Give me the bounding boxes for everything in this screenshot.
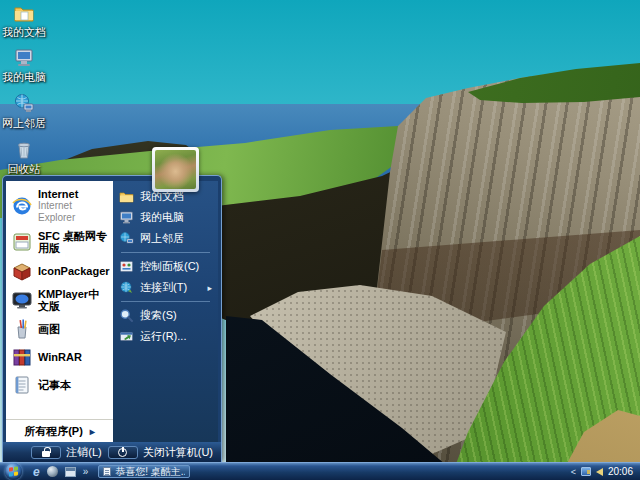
- task-button-label: 恭喜您! 桌酷主...: [115, 465, 185, 478]
- start-button[interactable]: [5, 463, 22, 480]
- quick-launch-overflow-chevron[interactable]: »: [83, 467, 89, 477]
- menu-item-my-computer[interactable]: 我的电脑: [113, 207, 218, 228]
- menu-item-label: 我的电脑: [140, 210, 184, 225]
- run-icon: [119, 329, 134, 344]
- my-documents-icon: [119, 189, 134, 204]
- desktop-icon-my-documents[interactable]: 我的文档: [0, 2, 48, 38]
- desktop-icon-label: 我的文档: [0, 26, 48, 38]
- windows-orb-icon: [9, 466, 18, 476]
- system-tray: < 20:06: [571, 466, 640, 477]
- menu-item-label: SFC 桌酷网专用版: [38, 230, 110, 254]
- menu-separator: [121, 301, 210, 302]
- task-button-document-icon: [103, 467, 111, 476]
- kmplayer-icon: [11, 289, 33, 311]
- menu-item-sfc[interactable]: SFC 桌酷网专用版: [6, 227, 113, 257]
- desktop-icon-label: 回收站: [0, 163, 48, 175]
- menu-item-label: IconPackager: [38, 265, 110, 277]
- menu-item-control-panel[interactable]: 控制面板(C): [113, 256, 218, 277]
- desktop-icon-my-computer[interactable]: 我的电脑: [0, 47, 48, 83]
- menu-item-sublabel: Internet Explorer: [38, 200, 110, 224]
- network-places-icon: [13, 93, 35, 115]
- log-off-label: 注销(L): [66, 445, 101, 460]
- menu-item-iconpackager[interactable]: IconPackager: [6, 257, 113, 285]
- all-programs-button[interactable]: 所有程序(P) ▸: [6, 419, 113, 442]
- menu-item-label: 控制面板(C): [140, 259, 199, 274]
- lock-icon: [42, 451, 50, 457]
- internet-explorer-icon: [11, 195, 33, 217]
- all-programs-label: 所有程序(P): [24, 424, 83, 439]
- desktop-icon-label: 网上邻居: [0, 117, 48, 129]
- recycle-bin-icon: [13, 139, 35, 161]
- search-icon: [119, 308, 134, 323]
- menu-item-winrar[interactable]: WinRAR: [6, 343, 113, 371]
- network-places-icon: [119, 231, 134, 246]
- start-menu-body: Internet Internet Explorer SFC 桌酷网专用版: [6, 181, 218, 442]
- quick-launch-ie-icon[interactable]: e: [33, 466, 40, 478]
- menu-item-kmplayer[interactable]: KMPlayer中文版: [6, 285, 113, 315]
- desktop-icon-recycle-bin[interactable]: 回收站: [0, 139, 48, 175]
- menu-item-label: 搜索(S): [140, 308, 177, 323]
- connect-to-icon: [119, 280, 134, 295]
- menu-item-network-places[interactable]: 网上邻居: [113, 228, 218, 249]
- notepad-icon: [11, 374, 33, 396]
- start-menu-right-column: 我的文档 我的电脑: [113, 181, 218, 442]
- control-panel-icon: [119, 259, 134, 274]
- winrar-icon: [11, 346, 33, 368]
- menu-item-label: 连接到(T): [140, 280, 187, 295]
- desktop-icon-label: 我的电脑: [0, 71, 48, 83]
- my-computer-icon: [13, 47, 35, 69]
- tray-volume-icon[interactable]: [596, 468, 603, 476]
- menu-item-label: 画图: [38, 323, 60, 335]
- desktop: 我的文档 我的电脑 网上邻居 回收站: [0, 0, 640, 480]
- start-menu: Internet Internet Explorer SFC 桌酷网专用版: [2, 175, 222, 462]
- menu-item-paint[interactable]: 画图: [6, 315, 113, 343]
- taskbar-clock: 20:06: [608, 466, 633, 477]
- shut-down-button[interactable]: 关闭计算机(U): [108, 445, 213, 460]
- menu-item-connect-to[interactable]: 连接到(T) ▸: [113, 277, 218, 298]
- menu-item-label: WinRAR: [38, 351, 82, 363]
- start-menu-footer: 注销(L) 关闭计算机(U): [3, 442, 221, 462]
- log-off-button[interactable]: 注销(L): [31, 445, 101, 460]
- menu-item-label: 网上邻居: [140, 231, 184, 246]
- quick-launch-window-icon[interactable]: [65, 467, 76, 477]
- quick-launch-bar: e »: [33, 466, 88, 478]
- quick-launch-globe-icon[interactable]: [47, 466, 58, 477]
- taskbar: e » 恭喜您! 桌酷主... < 20:06: [0, 462, 640, 480]
- menu-item-run[interactable]: 运行(R)...: [113, 326, 218, 347]
- menu-item-internet[interactable]: Internet Internet Explorer: [6, 185, 113, 227]
- tray-collapse-chevron[interactable]: <: [571, 467, 576, 477]
- my-computer-icon: [119, 210, 134, 225]
- my-documents-icon: [13, 2, 35, 24]
- paint-icon: [11, 318, 33, 340]
- desktop-icon-network-places[interactable]: 网上邻居: [0, 93, 48, 129]
- task-button[interactable]: 恭喜您! 桌酷主...: [98, 465, 190, 478]
- menu-item-label: 记事本: [38, 379, 71, 391]
- menu-item-label: 运行(R)...: [140, 329, 186, 344]
- menu-item-label: Internet: [38, 188, 78, 200]
- submenu-arrow-icon: ▸: [207, 283, 212, 293]
- user-picture-frame[interactable]: [152, 147, 199, 192]
- menu-item-notepad[interactable]: 记事本: [6, 371, 113, 399]
- sfc-app-icon: [11, 231, 33, 253]
- shut-down-label: 关闭计算机(U): [143, 445, 213, 460]
- power-icon: [118, 448, 127, 457]
- iconpackager-icon: [11, 260, 33, 282]
- all-programs-arrow-icon: ▸: [90, 426, 95, 437]
- menu-item-label: KMPlayer中文版: [38, 288, 110, 312]
- menu-separator: [121, 252, 210, 253]
- user-photo: [155, 150, 196, 189]
- menu-item-search[interactable]: 搜索(S): [113, 305, 218, 326]
- start-menu-left-column: Internet Internet Explorer SFC 桌酷网专用版: [6, 181, 113, 442]
